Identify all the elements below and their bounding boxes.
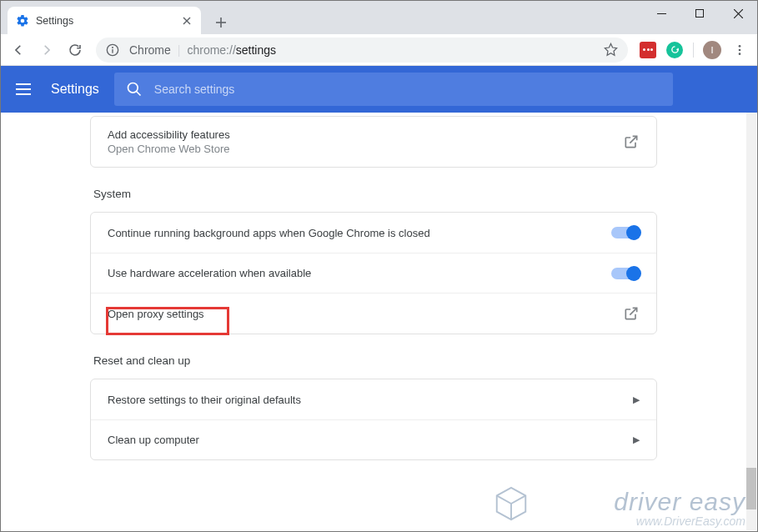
svg-point-14 xyxy=(128,83,138,93)
close-tab-button[interactable] xyxy=(181,15,193,27)
svg-rect-5 xyxy=(696,10,704,18)
hardware-accel-row: Use hardware acceleration when available xyxy=(91,253,656,293)
close-window-button[interactable] xyxy=(719,1,757,26)
svg-point-12 xyxy=(739,48,741,51)
browser-toolbar: Chrome | chrome://settings I xyxy=(1,34,757,66)
background-apps-row: Continue running background apps when Go… xyxy=(91,213,656,253)
url-path: settings xyxy=(236,43,276,57)
maximize-button[interactable] xyxy=(680,1,719,26)
back-button[interactable] xyxy=(6,38,31,63)
svg-rect-10 xyxy=(112,49,113,53)
row-label: Restore settings to their original defau… xyxy=(108,394,301,406)
address-bar[interactable]: Chrome | chrome://settings xyxy=(96,38,628,63)
background-apps-toggle[interactable] xyxy=(611,227,640,238)
row-subtitle: Open Chrome Web Store xyxy=(108,143,230,155)
chevron-right-icon: ▶ xyxy=(633,394,640,405)
new-tab-button[interactable] xyxy=(209,11,233,34)
search-icon xyxy=(126,81,143,98)
svg-point-9 xyxy=(112,47,113,48)
row-title: Add accessibility features xyxy=(108,128,230,141)
reload-button[interactable] xyxy=(63,38,88,63)
url-separator: | xyxy=(178,43,181,57)
svg-line-15 xyxy=(136,92,140,96)
window-controls xyxy=(642,1,757,26)
extension-lastpass-icon[interactable] xyxy=(636,38,660,62)
site-info-icon[interactable] xyxy=(106,43,119,57)
scrollbar-thumb[interactable] xyxy=(746,468,756,509)
url-host: Chrome xyxy=(129,43,171,57)
settings-header: Settings xyxy=(1,66,757,113)
minimize-button[interactable] xyxy=(642,1,680,26)
svg-point-13 xyxy=(739,53,741,55)
bookmark-star-icon[interactable] xyxy=(604,43,618,57)
row-label: Use hardware acceleration when available xyxy=(108,267,311,279)
menu-icon[interactable] xyxy=(16,79,36,99)
extension-grammarly-icon[interactable] xyxy=(663,38,686,62)
clean-up-computer-row[interactable]: Clean up computer ▶ xyxy=(91,419,656,459)
settings-search[interactable] xyxy=(114,73,673,106)
toolbar-separator xyxy=(693,43,694,58)
open-external-icon xyxy=(623,133,640,150)
add-accessibility-features-row[interactable]: Add accessibility features Open Chrome W… xyxy=(91,117,656,167)
row-label: Clean up computer xyxy=(108,434,199,446)
annotation-highlight xyxy=(106,307,229,335)
settings-title: Settings xyxy=(51,82,99,97)
tab-title: Settings xyxy=(36,15,73,27)
profile-avatar[interactable]: I xyxy=(700,38,724,62)
open-external-icon xyxy=(623,305,640,322)
gear-icon xyxy=(16,14,29,28)
forward-button[interactable] xyxy=(34,38,59,63)
browser-tab[interactable]: Settings xyxy=(8,7,201,34)
svg-point-11 xyxy=(739,45,741,48)
browser-menu-button[interactable] xyxy=(727,38,752,63)
chevron-right-icon: ▶ xyxy=(633,434,640,445)
hardware-accel-toggle[interactable] xyxy=(611,268,640,279)
row-label: Continue running background apps when Go… xyxy=(108,227,430,239)
reset-card: Restore settings to their original defau… xyxy=(90,379,657,460)
restore-defaults-row[interactable]: Restore settings to their original defau… xyxy=(91,379,656,419)
accessibility-card: Add accessibility features Open Chrome W… xyxy=(90,116,657,168)
url-scheme: chrome:// xyxy=(187,43,235,57)
reset-section-title: Reset and clean up xyxy=(93,354,654,367)
window-titlebar: Settings xyxy=(1,1,757,34)
settings-search-input[interactable] xyxy=(154,83,661,96)
system-section-title: System xyxy=(93,188,654,200)
